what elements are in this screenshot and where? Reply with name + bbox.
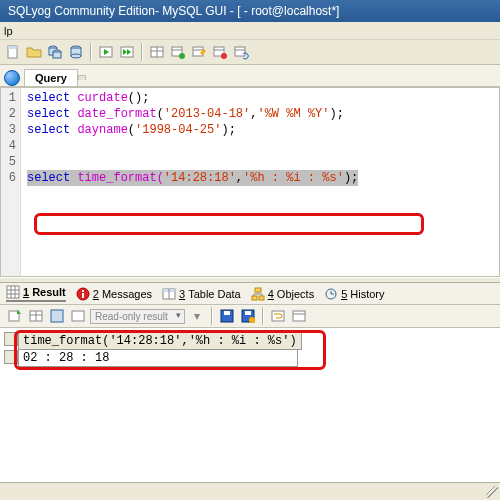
- svg-rect-36: [252, 296, 257, 300]
- result-grid-area: time_format('14:28:18','%h : %i : %s') 0…: [0, 328, 500, 500]
- tab-label: Objects: [277, 288, 314, 300]
- kw: select: [27, 107, 70, 121]
- table-icon[interactable]: [148, 43, 166, 61]
- fn: time_format(: [70, 171, 164, 185]
- code-line: select dayname('1998-04-25');: [27, 122, 493, 138]
- table-del-icon[interactable]: [211, 43, 229, 61]
- toolbar-separator: [141, 43, 143, 61]
- row-selector-header[interactable]: [4, 332, 18, 346]
- window-titlebar: SQLyog Community Edition- MySQL GUI - [ …: [0, 0, 500, 22]
- svg-rect-37: [259, 296, 264, 300]
- new-folder-icon[interactable]: [25, 43, 43, 61]
- toolbar-separator: [211, 307, 213, 325]
- code-area[interactable]: select curdate(); select date_format('20…: [21, 88, 499, 276]
- svg-point-8: [71, 54, 81, 58]
- tab-number: 4: [268, 288, 274, 300]
- table-add-icon[interactable]: [169, 43, 187, 61]
- wrap-icon[interactable]: [269, 307, 287, 325]
- line-number: 3: [1, 122, 16, 138]
- svg-rect-35: [255, 288, 261, 292]
- tab-number: 5: [341, 288, 347, 300]
- tab-result[interactable]: 1 Result: [6, 285, 66, 302]
- punct: (: [128, 123, 135, 137]
- window-title: SQLyog Community Edition- MySQL GUI - [ …: [8, 4, 339, 18]
- tab-number: 3: [179, 288, 185, 300]
- content-area: Query 1 2 3 4 5 6 select curdate(); sele…: [0, 65, 500, 277]
- kw: select: [27, 123, 70, 137]
- svg-rect-54: [245, 311, 251, 315]
- grid-icon: [6, 285, 20, 299]
- code-line: [27, 154, 493, 170]
- svg-rect-1: [8, 46, 17, 49]
- tab-messages[interactable]: 2 Messages: [76, 287, 152, 301]
- chevron-down-icon[interactable]: ▾: [188, 307, 206, 325]
- export-icon[interactable]: [6, 307, 24, 325]
- svg-rect-57: [293, 311, 305, 321]
- tab-number: 1: [23, 286, 29, 298]
- line-number: 6: [1, 170, 16, 186]
- svg-rect-50: [72, 311, 84, 321]
- tab-number: 2: [93, 288, 99, 300]
- code-line: select date_format('2013-04-18','%W %M %…: [27, 106, 493, 122]
- kw: select: [27, 171, 70, 185]
- code-line: select curdate();: [27, 90, 493, 106]
- row-selector[interactable]: [4, 350, 18, 364]
- str: '2013-04-18': [164, 107, 250, 121]
- editor-tabbar: Query: [0, 65, 500, 87]
- copy-db-icon[interactable]: [46, 43, 64, 61]
- sql-editor[interactable]: 1 2 3 4 5 6 select curdate(); select dat…: [0, 87, 500, 277]
- fn: date_format: [70, 107, 156, 121]
- toolbar-separator: [90, 43, 92, 61]
- menu-bar[interactable]: lp: [0, 22, 500, 40]
- line-number: 1: [1, 90, 16, 106]
- tab-query-label: Query: [35, 72, 67, 84]
- grid-refresh-icon[interactable]: [69, 307, 87, 325]
- cell-value[interactable]: 02 : 28 : 18: [18, 350, 298, 367]
- tab-blank[interactable]: [78, 75, 86, 80]
- str: '%h : %i : %s': [243, 171, 344, 185]
- line-gutter: 1 2 3 4 5 6: [1, 88, 21, 276]
- str: '14:28:18': [164, 171, 236, 185]
- menu-help[interactable]: lp: [4, 25, 13, 37]
- table-edit-icon[interactable]: [190, 43, 208, 61]
- line-number: 5: [1, 154, 16, 170]
- saveas-icon[interactable]: [239, 307, 257, 325]
- tab-label: Table Data: [188, 288, 241, 300]
- execute-all-icon[interactable]: [118, 43, 136, 61]
- result-toolbar: Read-only result ▾: [0, 305, 500, 328]
- readonly-dropdown[interactable]: Read-only result: [90, 309, 185, 324]
- tab-objects[interactable]: 4 Objects: [251, 287, 314, 301]
- punct: );: [221, 123, 235, 137]
- str: '%W %M %Y': [257, 107, 329, 121]
- code-line-selected: select time_format('14:28:18','%h : %i :…: [27, 170, 493, 186]
- svg-point-21: [221, 53, 227, 59]
- table-refresh-icon[interactable]: [232, 43, 250, 61]
- save-grid-icon[interactable]: [218, 307, 236, 325]
- execute-icon[interactable]: [97, 43, 115, 61]
- filter-icon[interactable]: [290, 307, 308, 325]
- punct: ,: [236, 171, 243, 185]
- result-grid[interactable]: time_format('14:28:18','%h : %i : %s') 0…: [4, 332, 496, 367]
- punct: ();: [128, 91, 150, 105]
- status-bar: [0, 482, 500, 500]
- punct: );: [329, 107, 343, 121]
- tab-label: Messages: [102, 288, 152, 300]
- kw: select: [27, 91, 70, 105]
- grid-export-icon[interactable]: [27, 307, 45, 325]
- line-number: 2: [1, 106, 16, 122]
- svg-point-55: [249, 317, 255, 323]
- result-tabbar: 1 Result 2 Messages 3 Table Data 4 Objec…: [0, 283, 500, 305]
- db-icon[interactable]: [67, 43, 85, 61]
- fn: curdate: [70, 91, 128, 105]
- tabledata-icon: [162, 287, 176, 301]
- grid-save-icon[interactable]: [48, 307, 66, 325]
- info-icon: [76, 287, 90, 301]
- connection-icon[interactable]: [4, 70, 20, 86]
- resize-grip-icon[interactable]: [486, 486, 498, 498]
- tab-query[interactable]: Query: [24, 69, 78, 86]
- tab-history[interactable]: 5 History: [324, 287, 384, 301]
- column-header[interactable]: time_format('14:28:18','%h : %i : %s'): [18, 332, 302, 350]
- tab-tabledata[interactable]: 3 Table Data: [162, 287, 241, 301]
- fn: dayname: [70, 123, 128, 137]
- new-query-icon[interactable]: [4, 43, 22, 61]
